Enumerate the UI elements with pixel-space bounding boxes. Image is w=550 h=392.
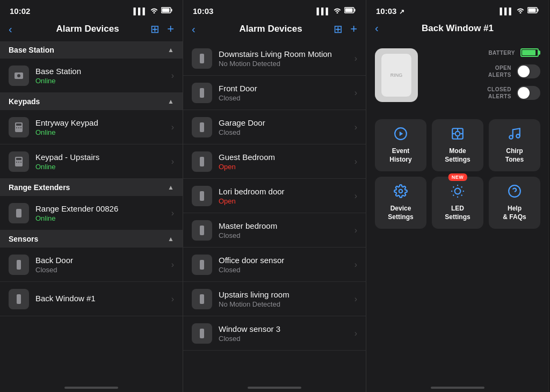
phone-2: 10:03 ▌▌▌ ‹ Alarm Devices ⊞ +	[183, 0, 366, 392]
master-bedroom-chevron: ›	[354, 226, 357, 235]
nav-title-1: Alarm Devices	[25, 24, 150, 34]
range-extender-info: Range Extender 00826 Online	[35, 204, 167, 222]
wifi-icon-3	[516, 7, 525, 15]
svg-point-4	[17, 74, 20, 77]
window-sensor-3-chevron: ›	[354, 329, 357, 338]
svg-rect-26	[200, 226, 204, 235]
closed-alerts-row: CLOSEDALERTS	[426, 86, 540, 100]
device-lori-bedroom[interactable]: Lori bedroom door Open ›	[183, 179, 366, 213]
svg-point-42	[516, 134, 520, 138]
svg-point-43	[399, 190, 403, 193]
open-alerts-toggle[interactable]	[517, 64, 540, 78]
help-faqs-label: Help& FAQs	[503, 205, 526, 221]
upstairs-lr-status: No Motion Detected	[219, 300, 350, 308]
garage-door-chevron: ›	[354, 122, 357, 132]
dlr-motion-status: No Motion Detected	[219, 60, 350, 68]
device-back-window[interactable]: Back Window #1 ›	[0, 282, 183, 316]
svg-point-36	[455, 132, 460, 136]
front-door-status: Closed	[219, 94, 350, 102]
closed-alerts-knob	[518, 87, 530, 99]
svg-rect-15	[16, 209, 21, 217]
section-base-station-label: Base Station	[9, 46, 54, 54]
office-door-chevron: ›	[354, 260, 357, 270]
device-front-door[interactable]: Front Door Closed ›	[183, 76, 366, 110]
device-office-door[interactable]: Office door sensor Closed ›	[183, 248, 366, 282]
master-bedroom-name: Master bedroom	[219, 221, 350, 230]
status-icons-1: ▌▌▌	[133, 7, 173, 15]
svg-line-51	[453, 195, 454, 196]
window-sensor-3-status: Closed	[219, 335, 350, 343]
back-door-info: Back Door Closed	[35, 256, 167, 274]
scroll-area-1[interactable]: Base Station ▲ Base Station Online › Key…	[0, 41, 183, 385]
lori-bedroom-info: Lori bedroom door Open	[219, 187, 350, 205]
back-button-3[interactable]: ‹	[375, 22, 391, 34]
status-time-3: 10:03 ↗	[376, 6, 404, 16]
back-button-1[interactable]: ‹	[9, 23, 25, 35]
device-settings-label: DeviceSettings	[388, 205, 413, 221]
device-range-extender[interactable]: Range Extender 00826 Online ›	[0, 196, 183, 230]
upstairs-lr-icon	[192, 289, 212, 309]
device-keypad-upstairs[interactable]: Keypad - Upstairs Online ›	[0, 144, 183, 179]
filter-icon-2[interactable]: ⊞	[334, 23, 343, 35]
device-garage-door[interactable]: Garage Door Closed ›	[183, 110, 366, 144]
device-entryway-keypad[interactable]: Entryway Keypad Online ›	[0, 110, 183, 144]
open-alerts-label: OPENALERTS	[488, 64, 511, 78]
office-door-status: Closed	[219, 266, 350, 274]
home-indicator-3	[431, 387, 484, 389]
add-icon-1[interactable]: +	[167, 22, 174, 36]
guest-bedroom-info: Guest Bedroom Open	[219, 153, 350, 171]
battery-icon-3	[527, 7, 539, 15]
device-guest-bedroom[interactable]: Guest Bedroom Open ›	[183, 144, 366, 179]
led-settings-btn[interactable]: NEW LEDSettings	[432, 177, 483, 229]
chirp-tones-btn[interactable]: ChirpTones	[489, 119, 540, 171]
section-sensors-chevron[interactable]: ▲	[168, 235, 174, 243]
status-time-1: 10:02	[10, 6, 30, 16]
led-settings-label: LEDSettings	[445, 205, 470, 221]
device-base-station[interactable]: Base Station Online ›	[0, 59, 183, 93]
back-door-chevron: ›	[171, 260, 174, 270]
base-station-icon	[9, 66, 29, 86]
back-window-name: Back Window #1	[35, 294, 167, 303]
entryway-keypad-chevron: ›	[171, 122, 174, 132]
svg-point-9	[20, 127, 21, 128]
battery-icon-2	[344, 7, 356, 15]
device-upstairs-lr[interactable]: Upstairs living room No Motion Detected …	[183, 282, 366, 316]
svg-point-7	[16, 127, 17, 128]
section-range-extenders-chevron[interactable]: ▲	[168, 184, 174, 191]
office-door-name: Office door sensor	[219, 256, 350, 265]
base-station-info: Base Station Online	[35, 67, 167, 85]
lori-bedroom-name: Lori bedroom door	[219, 187, 350, 196]
base-station-status: Online	[35, 77, 167, 85]
wifi-icon-1	[150, 7, 158, 15]
dlr-motion-chevron: ›	[354, 54, 357, 63]
entryway-keypad-info: Entryway Keypad Online	[35, 118, 167, 136]
closed-alerts-toggle[interactable]	[517, 86, 540, 100]
dlr-motion-name: Downstairs Living Room Motion	[219, 49, 350, 59]
scroll-area-2[interactable]: Downstairs Living Room Motion No Motion …	[183, 41, 366, 385]
dlr-motion-info: Downstairs Living Room Motion No Motion …	[219, 49, 350, 68]
event-history-btn[interactable]: EventHistory	[375, 119, 426, 171]
device-master-bedroom[interactable]: Master bedroom Closed ›	[183, 213, 366, 248]
mode-settings-btn[interactable]: ModeSettings	[432, 119, 483, 171]
filter-icon-1[interactable]: ⊞	[150, 23, 160, 35]
back-window-info: Back Window #1	[35, 294, 167, 304]
section-range-extenders: Range Extenders ▲	[0, 179, 183, 196]
device-settings-btn[interactable]: DeviceSettings	[375, 177, 426, 229]
section-base-station-chevron[interactable]: ▲	[168, 46, 174, 54]
add-icon-2[interactable]: +	[350, 22, 357, 36]
svg-rect-21	[200, 54, 204, 63]
guest-bedroom-status: Open	[219, 163, 350, 171]
back-button-2[interactable]: ‹	[192, 23, 208, 35]
device-back-door[interactable]: Back Door Closed ›	[0, 248, 183, 282]
section-keypads-chevron[interactable]: ▲	[168, 98, 174, 105]
section-range-extenders-label: Range Extenders	[9, 183, 70, 192]
dlr-motion-icon	[192, 48, 212, 69]
chirp-tones-label: ChirpTones	[505, 147, 524, 164]
svg-rect-32	[529, 9, 536, 12]
device-window-sensor-3[interactable]: Window sensor 3 Closed ›	[183, 316, 366, 351]
device-dlr-motion[interactable]: Downstairs Living Room Motion No Motion …	[183, 41, 366, 76]
help-faqs-btn[interactable]: Help& FAQs	[489, 177, 540, 229]
home-indicator-1	[64, 387, 118, 389]
keypad-upstairs-chevron: ›	[171, 157, 174, 166]
guest-bedroom-icon	[192, 151, 212, 172]
